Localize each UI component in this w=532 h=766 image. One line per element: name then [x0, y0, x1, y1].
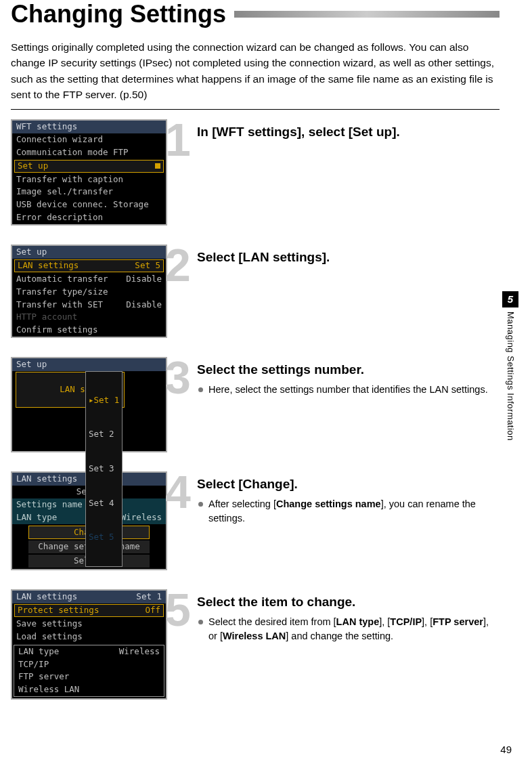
- step-2-title: Select [LAN settings].: [197, 250, 500, 265]
- shot3-opt: Set 4: [86, 498, 122, 509]
- title-rule: [234, 11, 500, 18]
- bullet-icon: [198, 387, 203, 392]
- step-3-title: Select the settings number.: [197, 362, 500, 377]
- shot5-row: Load settings: [12, 631, 166, 643]
- step-1: WFT settings Connection wizard Communica…: [11, 119, 500, 226]
- bullet-text: Select the desired item from [LAN type],…: [208, 615, 500, 643]
- shot1-row: Connection wizard: [12, 133, 166, 146]
- step-5: LAN settingsSet 1 Protect settingsOff Sa…: [11, 589, 500, 700]
- page-title: Changing Settings: [11, 0, 226, 28]
- shot2-hl-l: LAN settings: [18, 260, 79, 272]
- screenshot-5: LAN settingsSet 1 Protect settingsOff Sa…: [11, 589, 167, 700]
- intro-paragraph: Settings originally completed using the …: [11, 39, 500, 102]
- shot5-box-row: TCP/IP: [14, 658, 164, 671]
- side-tab: 5 Managing Settings Information: [502, 291, 518, 441]
- screenshot-1: WFT settings Connection wizard Communica…: [11, 119, 167, 226]
- step-number-5: 5: [158, 589, 198, 631]
- step-number-4: 4: [158, 471, 198, 513]
- shot2-row: Automatic transferDisable: [12, 273, 166, 286]
- shot5-highlight: Protect settingsOff: [14, 604, 164, 617]
- shot2-dim: HTTP account: [12, 311, 166, 324]
- shot1-row: Communication mode FTP: [12, 146, 166, 159]
- shot5-row: Save settings: [12, 618, 166, 631]
- shot1-row: USB device connec. Storage: [12, 198, 166, 211]
- shot2-hl-r: Set 5: [135, 260, 160, 272]
- shot3-drop: LAN settings ▸Set 1 Set 2 Set 3 Set 4 Se…: [12, 371, 166, 383]
- step-4: LAN settings Set 1 Settings name LAN typ…: [11, 471, 500, 570]
- bullet-text: Here, select the settings number that id…: [208, 383, 488, 397]
- chapter-number: 5: [502, 291, 518, 307]
- step-1-title: In [WFT settings], select [Set up].: [197, 125, 500, 140]
- shot3-options: ▸Set 1 Set 2 Set 3 Set 4 Set 5: [85, 371, 123, 567]
- shot1-highlight: Set up: [14, 160, 164, 173]
- shot2-header: Set up: [12, 246, 166, 259]
- screenshot-3: Set up LAN settings ▸Set 1 Set 2 Set 3 S…: [11, 357, 167, 452]
- step-4-bullet: After selecting [Change settings name], …: [198, 497, 500, 526]
- shot3-header: Set up: [12, 358, 166, 371]
- shot2-row: Confirm settings: [12, 324, 166, 337]
- step-3-bullet: Here, select the settings number that id…: [198, 383, 500, 397]
- page-number: 49: [500, 744, 512, 755]
- step-5-title: Select the item to change.: [197, 595, 500, 610]
- step-3: Set up LAN settings ▸Set 1 Set 2 Set 3 S…: [11, 357, 500, 452]
- shot1-row: Error description: [12, 211, 166, 224]
- shot5-box-row: LAN typeWireless: [14, 645, 164, 658]
- bullet-text: After selecting [Change settings name], …: [208, 497, 500, 526]
- shot5-box: LAN typeWireless TCP/IP FTP server Wirel…: [14, 645, 164, 698]
- shot2-row: Transfer type/size: [12, 286, 166, 299]
- shot2-row: Transfer with SETDisable: [12, 299, 166, 312]
- bullet-icon: [198, 502, 203, 507]
- bullet-icon: [198, 620, 203, 624]
- shot5-header: LAN settingsSet 1: [12, 591, 166, 603]
- shot5-box-row: FTP server: [14, 671, 164, 683]
- step-4-title: Select [Change].: [197, 477, 500, 492]
- shot3-opt-dim: Set 5: [86, 532, 122, 543]
- step-5-bullet: Select the desired item from [LAN type],…: [198, 615, 500, 643]
- shot1-row: Image sel./transfer: [12, 186, 166, 198]
- shot1-hl-text: Set up: [18, 161, 48, 172]
- step-number-2: 2: [158, 244, 198, 286]
- step-number-1: 1: [158, 119, 198, 161]
- screenshot-2: Set up LAN settings Set 5 Automatic tran…: [11, 244, 167, 338]
- shot2-highlight: LAN settings Set 5: [14, 259, 164, 272]
- shot1-row: Transfer with caption: [12, 173, 166, 186]
- separator: [11, 109, 500, 110]
- chapter-label: Managing Settings Information: [506, 312, 516, 441]
- highlight-marker-icon: [155, 163, 160, 169]
- shot5-box-row: Wireless LAN: [14, 683, 164, 696]
- shot3-opt: Set 2: [86, 429, 122, 440]
- shot1-header: WFT settings: [12, 121, 166, 133]
- shot3-opt: Set 3: [86, 463, 122, 475]
- shot3-opt: ▸Set 1: [86, 395, 122, 406]
- step-number-3: 3: [158, 357, 198, 398]
- step-2: Set up LAN settings Set 5 Automatic tran…: [11, 244, 500, 338]
